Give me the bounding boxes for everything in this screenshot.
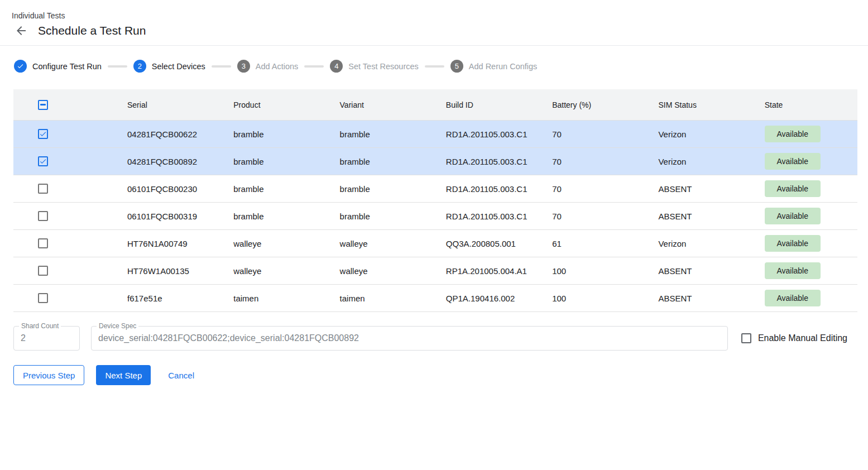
cell-battery: 70 <box>539 130 645 139</box>
row-checkbox[interactable] <box>38 238 48 248</box>
row-checkbox[interactable] <box>38 156 48 166</box>
device-spec-field: Device Spec device_serial:04281FQCB00622… <box>91 326 728 351</box>
cell-battery: 70 <box>539 157 645 166</box>
page-title: Schedule a Test Run <box>38 24 146 37</box>
step-indicator: 4 <box>330 60 343 73</box>
previous-step-button[interactable]: Previous Step <box>13 365 84 385</box>
indeterminate-dash-icon <box>40 104 46 105</box>
stepper-step-3[interactable]: 3 Add Actions <box>237 60 299 73</box>
step-connector <box>108 65 127 68</box>
state-badge: Available <box>765 153 821 170</box>
table-row[interactable]: f617e51e taimen taimen QP1A.190416.002 1… <box>13 285 857 312</box>
cell-variant: taimen <box>327 294 433 303</box>
cell-variant: bramble <box>327 212 433 221</box>
stepper-step-1[interactable]: Configure Test Run <box>14 60 102 73</box>
device-spec-value: device_serial:04281FQCB00622;device_seri… <box>92 333 366 343</box>
step-connector <box>425 65 444 68</box>
cell-build-id: RD1A.201105.003.C1 <box>433 184 539 194</box>
state-badge: Available <box>765 262 821 279</box>
column-header-build-id: Build ID <box>433 100 539 109</box>
cell-build-id: RD1A.201105.003.C1 <box>433 130 539 139</box>
cell-battery: 100 <box>539 266 645 276</box>
step-indicator: 5 <box>450 60 463 73</box>
back-button[interactable] <box>15 24 28 37</box>
cell-serial: 06101FQCB00230 <box>114 184 220 194</box>
state-badge: Available <box>765 290 821 306</box>
cell-build-id: QQ3A.200805.001 <box>433 239 539 248</box>
stepper: Configure Test Run 2 Select Devices 3 Ad… <box>14 60 868 73</box>
row-checkbox[interactable] <box>38 184 48 194</box>
column-header-state: State <box>751 100 857 109</box>
cell-variant: bramble <box>327 184 433 194</box>
check-icon <box>39 130 47 138</box>
cell-variant: bramble <box>327 130 433 139</box>
step-indicator: 3 <box>237 60 250 73</box>
fields-row: Shard Count 2 Device Spec device_serial:… <box>13 326 855 351</box>
cell-serial: 04281FQCB00622 <box>114 130 220 139</box>
cell-product: bramble <box>220 130 326 139</box>
stepper-step-5[interactable]: 5 Add Rerun Configs <box>450 60 538 73</box>
enable-manual-editing-checkbox[interactable] <box>741 333 751 343</box>
enable-manual-editing-control[interactable]: Enable Manual Editing <box>741 333 855 343</box>
step-indicator <box>14 60 27 73</box>
stepper-step-4[interactable]: 4 Set Test Resources <box>330 60 418 73</box>
enable-manual-editing-label: Enable Manual Editing <box>758 333 847 343</box>
column-header-battery: Battery (%) <box>539 100 645 109</box>
cell-product: walleye <box>220 239 326 248</box>
step-connector <box>304 65 324 68</box>
row-checkbox[interactable] <box>38 211 48 221</box>
check-icon <box>39 157 47 165</box>
step-connector <box>212 65 231 68</box>
cell-sim: Verizon <box>645 157 751 166</box>
cell-product: bramble <box>220 184 326 194</box>
cell-build-id: QP1A.190416.002 <box>433 294 539 303</box>
cancel-button[interactable]: Cancel <box>159 365 203 385</box>
row-checkbox[interactable] <box>38 293 48 303</box>
cell-sim: ABSENT <box>645 212 751 221</box>
cell-sim: ABSENT <box>645 184 751 194</box>
step-label: Configure Test Run <box>32 62 102 71</box>
cell-serial: 06101FQCB00319 <box>114 212 220 221</box>
cell-variant: bramble <box>327 157 433 166</box>
arrow-back-icon <box>15 24 28 37</box>
table-header-row: Serial Product Variant Build ID Battery … <box>13 89 857 121</box>
next-step-button[interactable]: Next Step <box>96 365 151 385</box>
cell-sim: Verizon <box>645 130 751 139</box>
state-badge: Available <box>765 235 821 252</box>
cell-product: bramble <box>220 157 326 166</box>
cell-product: bramble <box>220 212 326 221</box>
column-header-serial: Serial <box>114 100 220 109</box>
state-badge: Available <box>765 208 821 224</box>
state-badge: Available <box>765 180 821 197</box>
select-all-checkbox[interactable] <box>38 100 48 110</box>
shard-count-field: Shard Count 2 <box>13 326 80 351</box>
cell-battery: 70 <box>539 212 645 221</box>
page-header: Individual Tests Schedule a Test Run <box>0 0 868 45</box>
table-row[interactable]: 06101FQCB00319 bramble bramble RD1A.2011… <box>13 203 857 230</box>
row-checkbox[interactable] <box>38 266 48 276</box>
table-row[interactable]: 04281FQCB00622 bramble bramble RD1A.2011… <box>13 121 857 148</box>
device-table: Serial Product Variant Build ID Battery … <box>13 89 857 312</box>
cell-serial: HT76W1A00135 <box>114 266 220 276</box>
table-row[interactable]: HT76W1A00135 walleye walleye RP1A.201005… <box>13 257 857 285</box>
table-body: 04281FQCB00622 bramble bramble RD1A.2011… <box>13 121 857 312</box>
cell-serial: HT76N1A00749 <box>114 239 220 248</box>
cell-variant: walleye <box>327 266 433 276</box>
cell-sim: Verizon <box>645 239 751 248</box>
row-checkbox[interactable] <box>38 129 48 139</box>
table-row[interactable]: 06101FQCB00230 bramble bramble RD1A.2011… <box>13 175 857 203</box>
cell-battery: 61 <box>539 239 645 248</box>
table-row[interactable]: HT76N1A00749 walleye walleye QQ3A.200805… <box>13 230 857 257</box>
cell-build-id: RD1A.201105.003.C1 <box>433 157 539 166</box>
shard-count-value: 2 <box>14 333 32 343</box>
step-label: Select Devices <box>152 62 205 71</box>
stepper-step-2[interactable]: 2 Select Devices <box>133 60 205 73</box>
column-header-product: Product <box>220 100 326 109</box>
shard-count-label: Shard Count <box>19 322 61 330</box>
step-label: Add Actions <box>256 62 299 71</box>
cell-battery: 100 <box>539 294 645 303</box>
state-badge: Available <box>765 126 821 142</box>
table-row[interactable]: 04281FQCB00892 bramble bramble RD1A.2011… <box>13 148 857 175</box>
action-buttons: Previous Step Next Step Cancel <box>13 365 855 385</box>
step-label: Set Test Resources <box>348 62 418 71</box>
